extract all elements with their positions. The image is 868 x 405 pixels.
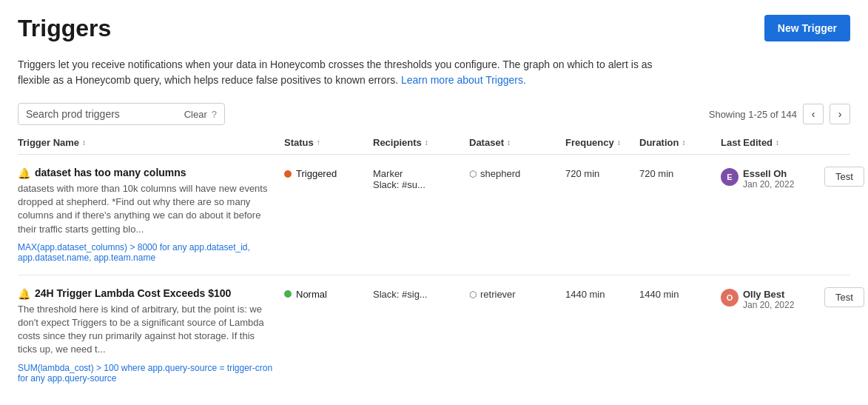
pagination-next-button[interactable]: ›	[830, 104, 850, 124]
description-text: Triggers let you receive notifications w…	[18, 57, 654, 88]
test-button[interactable]: Test	[824, 287, 864, 307]
edited-date: Jan 20, 2022	[743, 300, 794, 310]
status-label: Normal	[296, 289, 327, 300]
sort-icon-status: ↑	[317, 138, 320, 147]
new-trigger-button[interactable]: New Trigger	[764, 15, 850, 41]
dataset-col: ⬡ retriever	[469, 287, 565, 300]
test-action-col: Test	[824, 167, 868, 187]
table-header: Trigger Name ↕ Status ↑ Recipients ↕ Dat…	[18, 137, 850, 155]
edited-date: Jan 20, 2022	[743, 179, 794, 190]
sort-icon-name: ↕	[82, 138, 86, 147]
clear-button[interactable]: Clear	[184, 109, 207, 120]
recipients-line2: Slack: #su...	[373, 179, 469, 190]
bell-icon: 🔔	[18, 288, 30, 300]
col-frequency[interactable]: Frequency ↕	[565, 137, 639, 148]
status-dot	[284, 170, 292, 178]
dataset-icon: ⬡	[469, 169, 477, 179]
status-label: Triggered	[296, 168, 337, 179]
dataset-name[interactable]: retriever	[480, 289, 516, 300]
sort-icon-frequency: ↕	[617, 138, 621, 147]
edited-name: Olly Best	[743, 289, 794, 300]
test-action-col: Test	[824, 287, 868, 307]
col-last-edited[interactable]: Last Edited ↕	[721, 137, 824, 148]
avatar: E	[721, 168, 739, 186]
edited-info: Essell Oh Jan 20, 2022	[743, 168, 794, 190]
col-status[interactable]: Status ↑	[284, 137, 373, 148]
triggers-list: 🔔 dataset has too many columns datasets …	[18, 155, 850, 395]
duration-col: 720 min	[639, 167, 721, 179]
dataset-icon: ⬡	[469, 289, 477, 300]
sort-icon-duration: ↕	[682, 138, 685, 147]
page-title: Triggers	[18, 15, 111, 42]
search-wrapper: Clear ?	[18, 103, 225, 125]
frequency-col: 720 min	[565, 167, 639, 179]
dataset-col: ⬡ shepherd	[469, 167, 565, 179]
pagination-prev-button[interactable]: ‹	[803, 104, 824, 124]
table-row: 🔔 24H Trigger Lambda Cost Exceeds $100 T…	[18, 275, 850, 395]
status-badge: Normal	[284, 289, 327, 300]
sort-icon-recipients: ↕	[425, 138, 428, 147]
status-col: Triggered	[284, 167, 373, 179]
help-icon[interactable]: ?	[212, 109, 217, 120]
pagination: Showing 1-25 of 144 ‹ ›	[709, 104, 850, 124]
trigger-name: 24H Trigger Lambda Cost Exceeds $100	[35, 287, 231, 299]
recipients-col: Slack: #sig...	[373, 287, 469, 300]
search-input[interactable]	[26, 108, 184, 120]
status-col: Normal	[284, 287, 373, 300]
edited-name: Essell Oh	[743, 168, 794, 179]
status-dot	[284, 290, 292, 298]
avatar: O	[721, 289, 739, 307]
col-test-action	[824, 137, 868, 148]
col-trigger-name[interactable]: Trigger Name ↕	[18, 137, 284, 148]
duration-col: 1440 min	[639, 287, 721, 300]
frequency-col: 1440 min	[565, 287, 639, 300]
recipients-line1: Marker	[373, 168, 469, 179]
status-badge: Triggered	[284, 168, 337, 179]
pagination-label: Showing 1-25 of 144	[709, 109, 797, 120]
toolbar: Clear ? Showing 1-25 of 144 ‹ ›	[18, 103, 850, 125]
learn-more-link[interactable]: Learn more about Triggers.	[401, 74, 526, 86]
trigger-name-col: 🔔 24H Trigger Lambda Cost Exceeds $100 T…	[18, 287, 284, 384]
col-duration[interactable]: Duration ↕	[639, 137, 721, 148]
trigger-description: datasets with more than 10k columns will…	[18, 182, 275, 236]
trigger-query[interactable]: MAX(app.dataset_columns) > 8000 for any …	[18, 242, 275, 263]
trigger-name: dataset has too many columns	[35, 167, 186, 178]
dataset-name[interactable]: shepherd	[480, 168, 520, 179]
last-edited-col: E Essell Oh Jan 20, 2022	[721, 167, 824, 190]
sort-icon-last-edited: ↕	[776, 138, 779, 147]
col-recipients[interactable]: Recipients ↕	[373, 137, 469, 148]
sort-icon-dataset: ↕	[507, 138, 511, 147]
recipients-col: Marker Slack: #su...	[373, 167, 469, 190]
last-edited-col: O Olly Best Jan 20, 2022	[721, 287, 824, 310]
recipients-line1: Slack: #sig...	[373, 289, 469, 300]
trigger-description: The threshold here is kind of arbitrary,…	[18, 303, 275, 357]
edited-info: Olly Best Jan 20, 2022	[743, 289, 794, 310]
bell-icon: 🔔	[18, 167, 30, 179]
trigger-name-col: 🔔 dataset has too many columns datasets …	[18, 167, 284, 263]
col-dataset[interactable]: Dataset ↕	[469, 137, 565, 148]
trigger-query[interactable]: SUM(lambda_cost) > 100 where app.query-s…	[18, 363, 275, 384]
table-row: 🔔 dataset has too many columns datasets …	[18, 155, 850, 275]
test-button[interactable]: Test	[824, 167, 864, 187]
